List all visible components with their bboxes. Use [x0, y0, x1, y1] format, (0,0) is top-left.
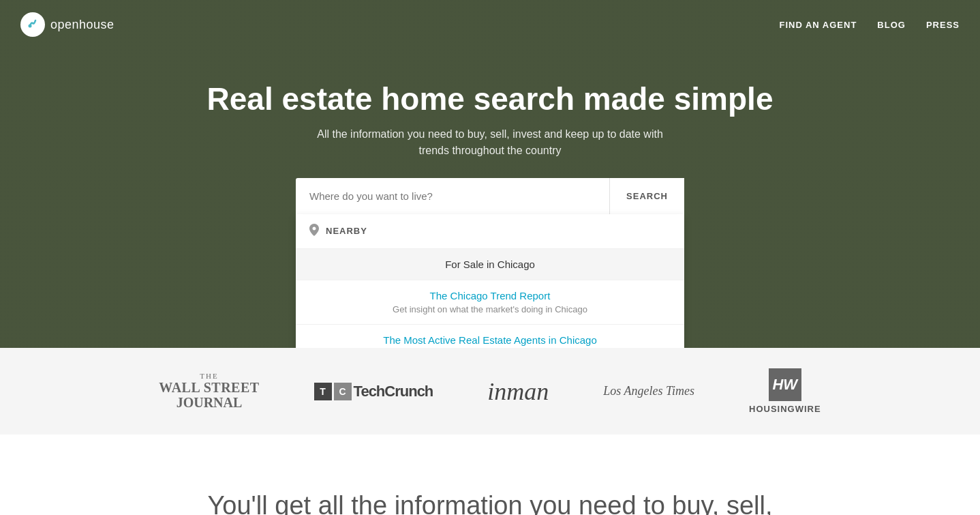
svg-point-1 — [29, 25, 32, 28]
trend-report-link: The Chicago Trend Report — [309, 290, 671, 301]
bottom-section: You'll get all the information you need … — [0, 435, 980, 515]
svg-point-0 — [25, 16, 41, 33]
wsj-the: THE — [159, 372, 259, 380]
search-input[interactable] — [296, 178, 609, 214]
hw-logo: HW HOUSINGWIRE — [749, 368, 821, 414]
dropdown-item-for-sale[interactable]: For Sale in Chicago — [296, 249, 684, 280]
search-dropdown: NEARBY For Sale in Chicago The Chicago T… — [296, 214, 684, 348]
bottom-title: You'll get all the information you need … — [183, 489, 797, 515]
wsj-logo: THE WALL STREET JOURNAL — [159, 372, 259, 411]
nearby-label: NEARBY — [326, 226, 367, 236]
logo-text: openhouse — [50, 18, 114, 32]
dropdown-item-trend-report[interactable]: The Chicago Trend Report Get insight on … — [296, 280, 684, 325]
hw-box: HW — [769, 368, 801, 401]
dropdown-item-active-agents[interactable]: The Most Active Real Estate Agents in Ch… — [296, 325, 684, 348]
dropdown-item-text: For Sale in Chicago — [309, 259, 671, 270]
tc-text: TechCrunch — [354, 383, 433, 400]
main-nav: openhouse FIND AN AGENT BLOG PRESS — [0, 0, 980, 49]
hero-content: Real estate home search made simple All … — [0, 0, 980, 348]
location-icon — [309, 224, 319, 239]
nav-blog[interactable]: BLOG — [877, 20, 906, 30]
dropdown-nearby[interactable]: NEARBY — [296, 214, 684, 249]
trend-report-desc: Get insight on what the market's doing i… — [309, 304, 671, 314]
wsj-journal: JOURNAL — [159, 395, 259, 411]
logo[interactable]: openhouse — [20, 12, 114, 37]
inman-text: inman — [487, 377, 549, 406]
hero-section: openhouse FIND AN AGENT BLOG PRESS Real … — [0, 0, 980, 348]
hero-subtitle: All the information you need to buy, sel… — [317, 126, 663, 159]
lat-logo: Los Angeles Times — [603, 384, 694, 398]
hw-text: HOUSINGWIRE — [749, 404, 821, 414]
logo-icon — [20, 12, 45, 37]
wsj-name: WALL STREET — [159, 380, 259, 395]
search-button[interactable]: SEARCH — [609, 178, 684, 214]
techcrunch-logo: T C TechCrunch — [314, 383, 433, 400]
nav-press[interactable]: PRESS — [926, 20, 960, 30]
search-container: SEARCH NEARBY For Sale in Chicago — [296, 178, 684, 214]
inman-logo: inman — [487, 377, 549, 406]
hero-title: Real estate home search made simple — [207, 82, 774, 117]
nav-find-agent[interactable]: FIND AN AGENT — [779, 20, 857, 30]
nav-links: FIND AN AGENT BLOG PRESS — [779, 20, 960, 30]
search-bar: SEARCH — [296, 178, 684, 214]
lat-text: Los Angeles Times — [603, 384, 694, 398]
tc-box2: C — [334, 383, 352, 400]
active-agents-link: The Most Active Real Estate Agents in Ch… — [309, 334, 671, 346]
press-bar: THE WALL STREET JOURNAL T C TechCrunch i… — [0, 348, 980, 435]
tc-box: T — [314, 383, 332, 400]
